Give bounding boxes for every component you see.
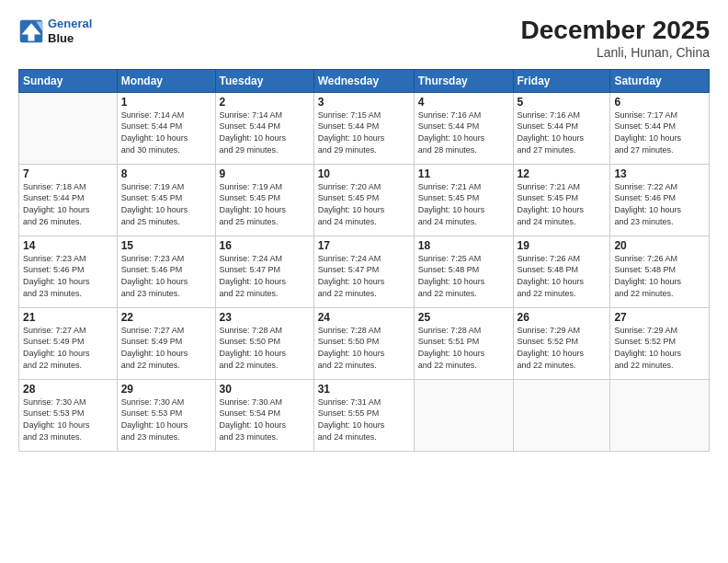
calendar-cell: 18Sunrise: 7:25 AM Sunset: 5:48 PM Dayli…: [414, 236, 513, 307]
day-info: Sunrise: 7:28 AM Sunset: 5:50 PM Dayligh…: [220, 325, 310, 371]
day-number: 27: [614, 311, 705, 324]
calendar-cell: [19, 92, 118, 164]
day-info: Sunrise: 7:26 AM Sunset: 5:48 PM Dayligh…: [614, 253, 705, 299]
calendar-cell: 21Sunrise: 7:27 AM Sunset: 5:49 PM Dayli…: [19, 307, 118, 379]
calendar-cell: 5Sunrise: 7:16 AM Sunset: 5:44 PM Daylig…: [513, 92, 610, 164]
calendar-table: SundayMondayTuesdayWednesdayThursdayFrid…: [18, 69, 710, 452]
week-row-4: 21Sunrise: 7:27 AM Sunset: 5:49 PM Dayli…: [19, 307, 710, 379]
calendar-cell: 11Sunrise: 7:21 AM Sunset: 5:45 PM Dayli…: [414, 164, 513, 236]
title-area: December 2025 Lanli, Hunan, China: [521, 17, 710, 60]
day-number: 21: [23, 311, 113, 324]
calendar-cell: 29Sunrise: 7:30 AM Sunset: 5:53 PM Dayli…: [117, 379, 215, 451]
day-info: Sunrise: 7:17 AM Sunset: 5:44 PM Dayligh…: [614, 109, 705, 155]
calendar-cell: 4Sunrise: 7:16 AM Sunset: 5:44 PM Daylig…: [414, 92, 513, 164]
calendar-cell: 2Sunrise: 7:14 AM Sunset: 5:44 PM Daylig…: [215, 92, 313, 164]
day-info: Sunrise: 7:29 AM Sunset: 5:52 PM Dayligh…: [518, 325, 607, 371]
calendar-cell: 1Sunrise: 7:14 AM Sunset: 5:44 PM Daylig…: [117, 92, 215, 164]
day-info: Sunrise: 7:20 AM Sunset: 5:45 PM Dayligh…: [318, 181, 410, 227]
day-number: 31: [318, 383, 410, 396]
week-row-3: 14Sunrise: 7:23 AM Sunset: 5:46 PM Dayli…: [19, 236, 710, 307]
day-info: Sunrise: 7:22 AM Sunset: 5:46 PM Dayligh…: [614, 181, 705, 227]
calendar-cell: [414, 379, 513, 451]
calendar-cell: 15Sunrise: 7:23 AM Sunset: 5:46 PM Dayli…: [117, 236, 215, 307]
weekday-header-sunday: Sunday: [19, 69, 118, 92]
day-info: Sunrise: 7:28 AM Sunset: 5:51 PM Dayligh…: [418, 325, 509, 371]
day-number: 5: [518, 96, 607, 109]
day-number: 19: [518, 239, 607, 252]
header: General Blue December 2025 Lanli, Hunan,…: [18, 17, 710, 60]
day-number: 24: [318, 311, 410, 324]
day-number: 7: [23, 167, 113, 180]
calendar-cell: 9Sunrise: 7:19 AM Sunset: 5:45 PM Daylig…: [215, 164, 313, 236]
day-number: 28: [23, 383, 113, 396]
day-info: Sunrise: 7:30 AM Sunset: 5:54 PM Dayligh…: [220, 396, 310, 442]
day-info: Sunrise: 7:25 AM Sunset: 5:48 PM Dayligh…: [418, 253, 509, 299]
day-number: 26: [518, 311, 607, 324]
day-number: 25: [418, 311, 509, 324]
day-number: 3: [318, 96, 410, 109]
day-number: 18: [418, 239, 509, 252]
day-info: Sunrise: 7:14 AM Sunset: 5:44 PM Dayligh…: [121, 109, 211, 155]
calendar-cell: 10Sunrise: 7:20 AM Sunset: 5:45 PM Dayli…: [313, 164, 414, 236]
weekday-header-thursday: Thursday: [414, 69, 513, 92]
calendar-cell: 19Sunrise: 7:26 AM Sunset: 5:48 PM Dayli…: [513, 236, 610, 307]
day-number: 16: [220, 239, 310, 252]
day-number: 29: [121, 383, 211, 396]
calendar-cell: 27Sunrise: 7:29 AM Sunset: 5:52 PM Dayli…: [610, 307, 710, 379]
week-row-1: 1Sunrise: 7:14 AM Sunset: 5:44 PM Daylig…: [19, 92, 710, 164]
calendar-cell: 24Sunrise: 7:28 AM Sunset: 5:50 PM Dayli…: [313, 307, 414, 379]
calendar-cell: 17Sunrise: 7:24 AM Sunset: 5:47 PM Dayli…: [313, 236, 414, 307]
day-info: Sunrise: 7:30 AM Sunset: 5:53 PM Dayligh…: [23, 396, 113, 442]
day-number: 1: [121, 96, 211, 109]
day-info: Sunrise: 7:16 AM Sunset: 5:44 PM Dayligh…: [518, 109, 607, 155]
day-info: Sunrise: 7:29 AM Sunset: 5:52 PM Dayligh…: [614, 325, 705, 371]
calendar-cell: 22Sunrise: 7:27 AM Sunset: 5:49 PM Dayli…: [117, 307, 215, 379]
week-row-2: 7Sunrise: 7:18 AM Sunset: 5:44 PM Daylig…: [19, 164, 710, 236]
day-info: Sunrise: 7:27 AM Sunset: 5:49 PM Dayligh…: [121, 325, 211, 371]
calendar-cell: 30Sunrise: 7:30 AM Sunset: 5:54 PM Dayli…: [215, 379, 313, 451]
day-info: Sunrise: 7:28 AM Sunset: 5:50 PM Dayligh…: [318, 325, 410, 371]
day-number: 8: [121, 167, 211, 180]
calendar-cell: 31Sunrise: 7:31 AM Sunset: 5:55 PM Dayli…: [313, 379, 414, 451]
day-number: 22: [121, 311, 211, 324]
week-row-5: 28Sunrise: 7:30 AM Sunset: 5:53 PM Dayli…: [19, 379, 710, 451]
day-number: 11: [418, 167, 509, 180]
calendar-cell: 28Sunrise: 7:30 AM Sunset: 5:53 PM Dayli…: [19, 379, 118, 451]
day-number: 2: [220, 96, 310, 109]
calendar-cell: 16Sunrise: 7:24 AM Sunset: 5:47 PM Dayli…: [215, 236, 313, 307]
day-number: 20: [614, 239, 705, 252]
weekday-header-monday: Monday: [117, 69, 215, 92]
logo: General Blue: [18, 17, 92, 45]
day-number: 6: [614, 96, 705, 109]
calendar-cell: 12Sunrise: 7:21 AM Sunset: 5:45 PM Dayli…: [513, 164, 610, 236]
day-info: Sunrise: 7:24 AM Sunset: 5:47 PM Dayligh…: [318, 253, 410, 299]
calendar-cell: [610, 379, 710, 451]
day-number: 13: [614, 167, 705, 180]
calendar-cell: 14Sunrise: 7:23 AM Sunset: 5:46 PM Dayli…: [19, 236, 118, 307]
weekday-header-tuesday: Tuesday: [215, 69, 313, 92]
calendar-page: General Blue December 2025 Lanli, Hunan,…: [0, 0, 728, 563]
location: Lanli, Hunan, China: [521, 45, 710, 60]
calendar-cell: 7Sunrise: 7:18 AM Sunset: 5:44 PM Daylig…: [19, 164, 118, 236]
logo-icon: [18, 18, 44, 44]
weekday-header-saturday: Saturday: [610, 69, 710, 92]
day-number: 30: [220, 383, 310, 396]
day-info: Sunrise: 7:21 AM Sunset: 5:45 PM Dayligh…: [418, 181, 509, 227]
day-number: 4: [418, 96, 509, 109]
calendar-cell: 23Sunrise: 7:28 AM Sunset: 5:50 PM Dayli…: [215, 307, 313, 379]
day-info: Sunrise: 7:23 AM Sunset: 5:46 PM Dayligh…: [121, 253, 211, 299]
day-info: Sunrise: 7:19 AM Sunset: 5:45 PM Dayligh…: [121, 181, 211, 227]
calendar-cell: 20Sunrise: 7:26 AM Sunset: 5:48 PM Dayli…: [610, 236, 710, 307]
month-title: December 2025: [521, 17, 710, 45]
day-number: 23: [220, 311, 310, 324]
day-info: Sunrise: 7:18 AM Sunset: 5:44 PM Dayligh…: [23, 181, 113, 227]
calendar-cell: 8Sunrise: 7:19 AM Sunset: 5:45 PM Daylig…: [117, 164, 215, 236]
weekday-header-friday: Friday: [513, 69, 610, 92]
weekday-header-wednesday: Wednesday: [313, 69, 414, 92]
day-info: Sunrise: 7:23 AM Sunset: 5:46 PM Dayligh…: [23, 253, 113, 299]
calendar-cell: 25Sunrise: 7:28 AM Sunset: 5:51 PM Dayli…: [414, 307, 513, 379]
day-info: Sunrise: 7:26 AM Sunset: 5:48 PM Dayligh…: [518, 253, 607, 299]
day-number: 17: [318, 239, 410, 252]
day-info: Sunrise: 7:19 AM Sunset: 5:45 PM Dayligh…: [220, 181, 310, 227]
day-info: Sunrise: 7:14 AM Sunset: 5:44 PM Dayligh…: [220, 109, 310, 155]
